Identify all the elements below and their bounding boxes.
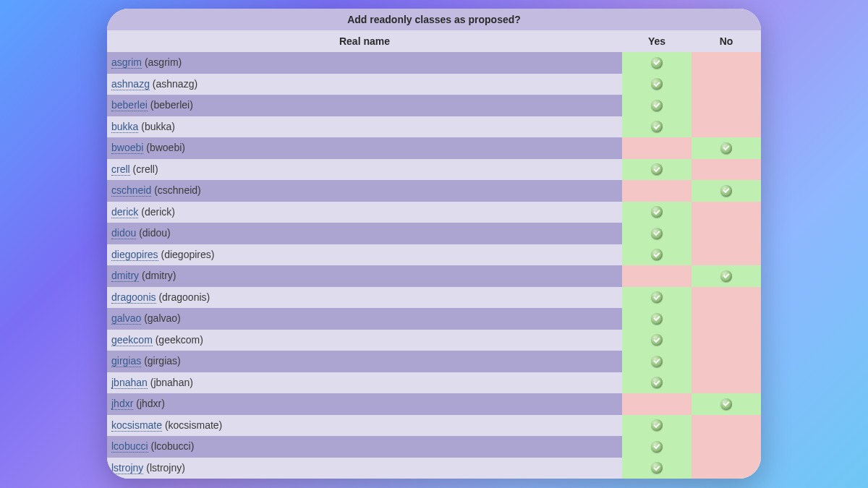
cell-no — [692, 458, 761, 479]
user-display: (beberlei) — [150, 99, 193, 111]
cell-realname: lcobucci (lcobucci) — [107, 436, 622, 458]
cell-no — [692, 223, 761, 244]
user-display: (kocsismate) — [165, 419, 222, 431]
cell-yes — [622, 458, 692, 479]
check-icon — [651, 100, 663, 111]
cell-no — [692, 393, 761, 415]
user-link[interactable]: girgias — [111, 355, 141, 367]
cell-realname: jhdxr (jhdxr) — [107, 393, 622, 415]
cell-realname: beberlei (beberlei) — [107, 95, 622, 116]
table-row: galvao (galvao) — [107, 308, 761, 330]
user-link[interactable]: kocsismate — [111, 419, 162, 432]
check-icon — [651, 462, 663, 474]
user-display: (asgrim) — [145, 56, 182, 68]
cell-yes — [622, 159, 692, 181]
cell-no — [692, 180, 761, 202]
cell-yes — [622, 180, 692, 202]
cell-yes — [622, 202, 692, 223]
cell-realname: dmitry (dmitry) — [107, 265, 622, 287]
user-display: (dragoonis) — [158, 291, 210, 303]
table-row: bwoebi (bwoebi) — [107, 137, 761, 159]
user-display: (geekcom) — [156, 334, 203, 346]
cell-realname: galvao (galvao) — [107, 308, 622, 330]
check-icon — [651, 441, 663, 453]
cell-yes — [622, 372, 692, 394]
cell-realname: ashnazg (ashnazg) — [107, 74, 622, 95]
cell-realname: kocsismate (kocsismate) — [107, 415, 622, 437]
user-link[interactable]: dragoonis — [111, 291, 156, 304]
user-link[interactable]: jhdxr — [111, 398, 133, 410]
table-row: diegopires (diegopires) — [107, 244, 761, 266]
table-row: dragoonis (dragoonis) — [107, 287, 761, 309]
cell-realname: girgias (girgias) — [107, 351, 622, 372]
user-link[interactable]: beberlei — [111, 99, 148, 111]
table-row: kocsismate (kocsismate) — [107, 415, 761, 437]
user-link[interactable]: crell — [111, 163, 130, 176]
check-icon — [651, 291, 663, 303]
user-display: (cschneid) — [154, 184, 201, 196]
cell-yes — [622, 244, 692, 266]
user-display: (bukka) — [141, 121, 175, 132]
check-icon — [651, 163, 663, 175]
table-row: cschneid (cschneid) — [107, 180, 761, 202]
cell-no — [692, 116, 761, 138]
cell-realname: bukka (bukka) — [107, 116, 622, 138]
header-no: No — [692, 30, 761, 52]
cell-yes — [622, 308, 692, 330]
user-link[interactable]: dmitry — [111, 270, 139, 282]
user-display: (didou) — [139, 227, 171, 239]
cell-yes — [622, 287, 692, 309]
cell-no — [692, 95, 761, 116]
user-link[interactable]: derick — [111, 206, 138, 218]
table-row: lcobucci (lcobucci) — [107, 436, 761, 458]
user-link[interactable]: diegopires — [111, 249, 158, 261]
user-link[interactable]: didou — [111, 227, 136, 239]
user-link[interactable]: bwoebi — [111, 142, 143, 154]
user-link[interactable]: lcobucci — [111, 440, 148, 453]
cell-no — [692, 372, 761, 394]
check-icon — [651, 228, 663, 239]
cell-yes — [622, 330, 692, 351]
cell-realname: geekcom (geekcom) — [107, 330, 622, 351]
cell-no — [692, 52, 761, 74]
table-header: Real name Yes No — [107, 30, 761, 52]
user-link[interactable]: asgrim — [111, 56, 142, 69]
check-icon — [651, 313, 663, 325]
user-link[interactable]: jbnahan — [111, 377, 148, 389]
cell-realname: asgrim (asgrim) — [107, 52, 622, 74]
user-link[interactable]: geekcom — [111, 334, 153, 346]
user-display: (ashnazg) — [153, 78, 197, 90]
cell-no — [692, 244, 761, 266]
user-display: (bwoebi) — [146, 142, 185, 153]
table-row: lstrojny (lstrojny) — [107, 458, 761, 479]
cell-realname: lstrojny (lstrojny) — [107, 458, 622, 479]
cell-yes — [622, 393, 692, 415]
cell-yes — [622, 52, 692, 74]
table-row: derick (derick) — [107, 202, 761, 223]
cell-yes — [622, 415, 692, 437]
check-icon — [651, 377, 663, 388]
header-yes: Yes — [622, 30, 692, 52]
table-row: dmitry (dmitry) — [107, 265, 761, 287]
user-link[interactable]: galvao — [111, 312, 141, 325]
cell-realname: jbnahan (jbnahan) — [107, 372, 622, 394]
check-icon — [720, 270, 732, 282]
user-display: (jbnahan) — [150, 377, 193, 388]
table-body: asgrim (asgrim)ashnazg (ashnazg)beberlei… — [107, 52, 761, 479]
cell-yes — [622, 436, 692, 458]
user-display: (galvao) — [144, 312, 181, 324]
user-display: (diegopires) — [161, 249, 215, 260]
user-link[interactable]: lstrojny — [111, 462, 143, 474]
user-display: (dmitry) — [142, 270, 176, 281]
table-row: jbnahan (jbnahan) — [107, 372, 761, 394]
user-display: (jhdxr) — [136, 398, 165, 409]
cell-realname: derick (derick) — [107, 202, 622, 223]
cell-realname: diegopires (diegopires) — [107, 244, 622, 266]
header-realname: Real name — [107, 30, 622, 52]
user-link[interactable]: bukka — [111, 121, 138, 133]
cell-no — [692, 330, 761, 351]
user-link[interactable]: cschneid — [111, 184, 151, 197]
user-link[interactable]: ashnazg — [111, 78, 150, 90]
cell-no — [692, 287, 761, 309]
check-icon — [651, 419, 663, 431]
